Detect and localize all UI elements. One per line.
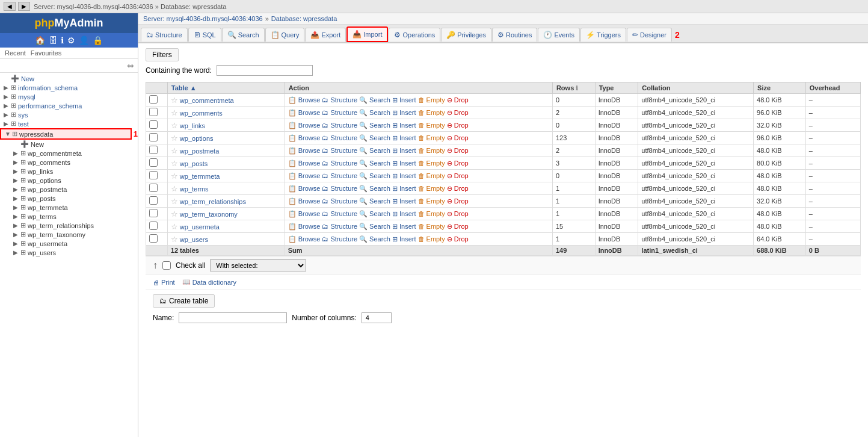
structure-link-8[interactable]: 🗂 Structure	[322, 197, 357, 205]
row-checkbox-6[interactable]	[149, 171, 158, 179]
empty-link-0[interactable]: 🗑 Empty	[418, 96, 445, 104]
row-checkbox-9[interactable]	[149, 209, 158, 217]
table-name-link-8[interactable]: wp_term_relationships	[180, 198, 246, 205]
structure-link-7[interactable]: 🗂 Structure	[322, 185, 357, 192]
star-icon-4[interactable]: ☆	[171, 146, 178, 155]
structure-link-6[interactable]: 🗂 Structure	[322, 172, 357, 179]
insert-link-7[interactable]: ⊞ Insert	[392, 185, 416, 193]
browse-link-9[interactable]: 📋 Browse	[288, 210, 321, 218]
table-name-link-2[interactable]: wp_links	[180, 122, 205, 129]
sidebar-item-wp_termmeta[interactable]: ▶ ⊞ wp_termmeta	[10, 203, 138, 212]
th-rows[interactable]: Rows ℹ	[552, 82, 595, 94]
structure-link-11[interactable]: 🗂 Structure	[322, 235, 357, 243]
tab-structure[interactable]: 🗂 Structure	[141, 28, 188, 42]
sidebar-item-wp_usermeta[interactable]: ▶ ⊞ wp_usermeta	[10, 239, 138, 248]
filters-button[interactable]: Filters	[146, 48, 179, 61]
sidebar-item-wpressdata[interactable]: ▼ ⊞ wpressdata	[0, 128, 132, 140]
star-icon-5[interactable]: ☆	[171, 159, 178, 168]
filter-input[interactable]	[217, 65, 313, 76]
search-link-4[interactable]: 🔍 Search	[359, 147, 390, 155]
browse-link-0[interactable]: 📋 Browse	[288, 96, 321, 104]
insert-link-6[interactable]: ⊞ Insert	[392, 172, 416, 180]
empty-link-4[interactable]: 🗑 Empty	[418, 147, 445, 154]
star-icon-1[interactable]: ☆	[171, 108, 178, 117]
browse-link-10[interactable]: 📋 Browse	[288, 223, 321, 231]
table-name-link-9[interactable]: wp_term_taxonomy	[180, 211, 238, 218]
tab-export[interactable]: 📤 Export	[305, 28, 346, 42]
sidebar-item-information_schema[interactable]: ▶ ⊞ information_schema	[0, 83, 138, 92]
structure-link-2[interactable]: 🗂 Structure	[322, 122, 357, 129]
create-columns-input[interactable]	[362, 312, 392, 323]
search-link-9[interactable]: 🔍 Search	[359, 210, 390, 218]
star-icon-8[interactable]: ☆	[171, 197, 178, 206]
tab-privileges[interactable]: 🔑 Privileges	[441, 28, 491, 42]
insert-link-4[interactable]: ⊞ Insert	[392, 147, 416, 155]
search-link-10[interactable]: 🔍 Search	[359, 223, 390, 231]
drop-link-1[interactable]: ⊖ Drop	[447, 109, 469, 117]
drop-link-2[interactable]: ⊖ Drop	[447, 122, 469, 129]
collapse-icon[interactable]: ⇔	[127, 61, 134, 70]
insert-link-9[interactable]: ⊞ Insert	[392, 210, 416, 218]
table-name-link-11[interactable]: wp_users	[180, 236, 208, 243]
star-icon-6[interactable]: ☆	[171, 172, 178, 181]
table-name-link-5[interactable]: wp_posts	[180, 160, 208, 167]
sidebar-item-wp_posts[interactable]: ▶ ⊞ wp_posts	[10, 194, 138, 203]
logout-icon[interactable]: 🔒	[93, 36, 103, 45]
check-all-checkbox[interactable]	[162, 261, 171, 270]
table-name-link-3[interactable]: wp_options	[180, 135, 214, 142]
sidebar-item-wp_options[interactable]: ▶ ⊞ wp_options	[10, 176, 138, 185]
row-checkbox-4[interactable]	[149, 146, 158, 154]
star-icon-2[interactable]: ☆	[171, 121, 178, 130]
database-breadcrumb[interactable]: Database: wpressdata	[271, 15, 337, 22]
recent-link[interactable]: Recent	[5, 49, 26, 57]
empty-link-8[interactable]: 🗑 Empty	[418, 197, 445, 205]
tab-designer[interactable]: ✏ Designer	[627, 28, 672, 42]
tab-import[interactable]: 📥 Import	[346, 26, 388, 42]
sidebar-item-test[interactable]: ▶ ⊞ test	[0, 119, 138, 128]
nav-back-button[interactable]: ◀	[4, 2, 16, 11]
drop-link-10[interactable]: ⊖ Drop	[447, 223, 469, 231]
settings-icon[interactable]: ⚙	[67, 36, 75, 45]
data-dictionary-link[interactable]: 📖 Data dictionary	[182, 278, 236, 286]
sidebar-item-performance_schema[interactable]: ▶ ⊞ performance_schema	[0, 101, 138, 110]
create-table-button[interactable]: 🗂 Create table	[153, 294, 215, 308]
tab-search[interactable]: 🔍 Search	[222, 28, 265, 42]
insert-link-5[interactable]: ⊞ Insert	[392, 160, 416, 167]
drop-link-5[interactable]: ⊖ Drop	[447, 160, 469, 167]
info-icon[interactable]: ℹ	[61, 36, 64, 45]
drop-link-0[interactable]: ⊖ Drop	[447, 96, 469, 104]
sidebar-item-wp_commentmeta[interactable]: ▶ ⊞ wp_commentmeta	[10, 149, 138, 158]
insert-link-11[interactable]: ⊞ Insert	[392, 235, 416, 243]
drop-link-3[interactable]: ⊖ Drop	[447, 134, 469, 142]
empty-link-3[interactable]: 🗑 Empty	[418, 134, 445, 141]
search-link-7[interactable]: 🔍 Search	[359, 185, 390, 193]
structure-link-0[interactable]: 🗂 Structure	[322, 96, 357, 104]
rows-info-icon[interactable]: ℹ	[576, 85, 578, 91]
empty-link-7[interactable]: 🗑 Empty	[418, 185, 445, 192]
empty-link-10[interactable]: 🗑 Empty	[418, 223, 445, 230]
structure-link-10[interactable]: 🗂 Structure	[322, 223, 357, 230]
insert-link-10[interactable]: ⊞ Insert	[392, 223, 416, 231]
sidebar-item-sys[interactable]: ▶ ⊞ sys	[0, 110, 138, 119]
th-table[interactable]: Table ▲	[167, 82, 285, 94]
row-checkbox-7[interactable]	[149, 184, 158, 192]
sidebar-item-wp_postmeta[interactable]: ▶ ⊞ wp_postmeta	[10, 185, 138, 194]
row-checkbox-2[interactable]	[149, 120, 158, 129]
search-link-0[interactable]: 🔍 Search	[359, 96, 390, 104]
row-checkbox-11[interactable]	[149, 234, 158, 243]
star-icon-7[interactable]: ☆	[171, 184, 178, 193]
create-name-input[interactable]	[179, 312, 287, 323]
empty-link-2[interactable]: 🗑 Empty	[418, 122, 445, 129]
row-checkbox-10[interactable]	[149, 222, 158, 230]
browse-link-6[interactable]: 📋 Browse	[288, 172, 321, 180]
drop-link-8[interactable]: ⊖ Drop	[447, 197, 469, 205]
sidebar-item-wp_users[interactable]: ▶ ⊞ wp_users	[10, 248, 138, 257]
insert-link-2[interactable]: ⊞ Insert	[392, 122, 416, 129]
nav-forward-button[interactable]: ▶	[18, 2, 30, 11]
table-name-link-1[interactable]: wp_comments	[180, 110, 223, 117]
star-icon-11[interactable]: ☆	[171, 235, 178, 244]
sidebar-item-mysql[interactable]: ▶ ⊞ mysql	[0, 92, 138, 101]
drop-link-11[interactable]: ⊖ Drop	[447, 235, 469, 243]
drop-link-7[interactable]: ⊖ Drop	[447, 185, 469, 193]
table-name-link-0[interactable]: wp_commentmeta	[180, 97, 234, 104]
